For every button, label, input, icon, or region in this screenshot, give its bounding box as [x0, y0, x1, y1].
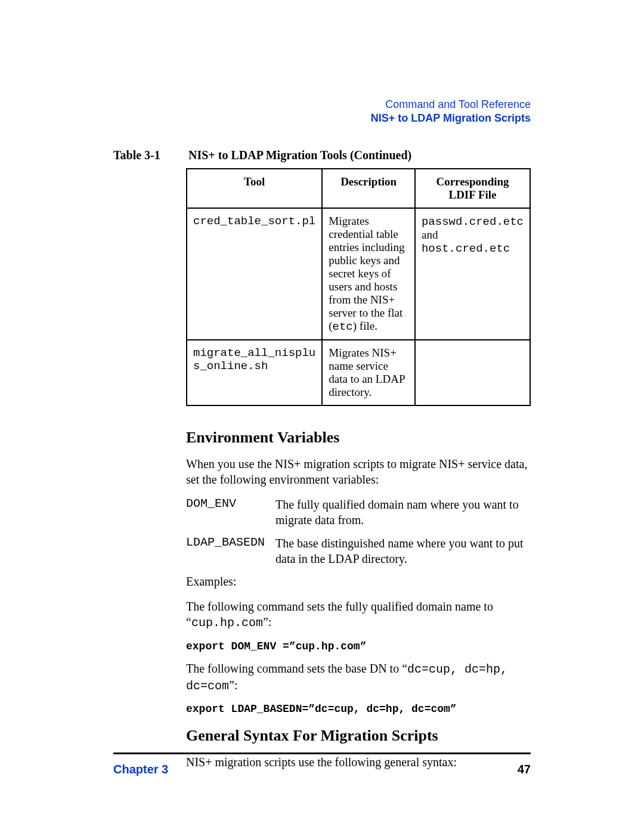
env-var-row: LDAP_BASEDN The base distinguished name …	[186, 535, 531, 567]
col-ldif: Corresponding LDIF File	[415, 169, 530, 208]
page-header: Command and Tool Reference NIS+ to LDAP …	[113, 98, 531, 125]
page-number: 47	[518, 763, 531, 776]
ldif-code: host.cred.etc	[422, 242, 510, 255]
env-var-description: The fully qualified domain nam where you…	[275, 497, 531, 528]
paragraph: When you use the NIS+ migration scripts …	[186, 456, 531, 488]
chapter-label: Chapter 3	[113, 763, 168, 776]
env-var-description: The base distinguished name where you wa…	[275, 535, 531, 567]
table-caption: NIS+ to LDAP Migration Tools (Continued)	[188, 148, 411, 162]
col-description: Description	[322, 169, 415, 208]
text: The following command sets the base DN t…	[186, 662, 407, 675]
table-row: migrate_all_nisplus_online.sh Migrates N…	[187, 340, 530, 405]
command-line: export DOM_ENV =”cup.hp.com”	[186, 640, 531, 652]
table-row: cred_table_sort.pl Migrates credential t…	[187, 208, 530, 340]
ldif-text: and	[422, 228, 438, 241]
env-var-row: DOM_ENV The fully qualified domain nam w…	[186, 497, 531, 528]
cell-ldif	[415, 340, 530, 405]
desc-text: Migrates credential table entries includ…	[329, 215, 404, 332]
paragraph: The following command sets the base DN t…	[186, 661, 531, 695]
cell-tool: migrate_all_nisplus_online.sh	[187, 340, 322, 405]
command-line: export LDAP_BASEDN=”dc=cup, dc=hp, dc=co…	[186, 703, 531, 715]
cell-description: Migrates credential table entries includ…	[322, 208, 415, 340]
heading-general-syntax: General Syntax For Migration Scripts	[186, 727, 531, 745]
inline-code: cup.hp.com	[191, 616, 263, 630]
text: ”:	[263, 615, 271, 628]
migration-tools-table: Tool Description Corresponding LDIF File…	[186, 168, 531, 406]
col-tool: Tool	[187, 169, 322, 208]
examples-label: Examples:	[186, 574, 531, 589]
table-caption-row: Table 3-1 NIS+ to LDAP Migration Tools (…	[113, 148, 531, 162]
env-var-name: LDAP_BASEDN	[186, 535, 275, 567]
page: Command and Tool Reference NIS+ to LDAP …	[0, 0, 644, 833]
cell-tool: cred_table_sort.pl	[187, 208, 322, 340]
page-footer: Chapter 3 47	[113, 753, 531, 776]
desc-text: ) file.	[353, 320, 377, 332]
env-var-name: DOM_ENV	[186, 497, 275, 528]
ldif-code: passwd.cred.etc	[422, 215, 524, 228]
desc-code: etc	[333, 320, 353, 333]
cell-description: Migrates NIS+ name service data to an LD…	[322, 340, 415, 405]
content-column: Tool Description Corresponding LDIF File…	[186, 168, 531, 770]
paragraph: The following command sets the fully qua…	[186, 599, 531, 631]
table-number: Table 3-1	[113, 148, 186, 162]
text: ”:	[229, 679, 237, 692]
heading-environment-variables: Environment Variables	[186, 429, 531, 447]
chapter-title: Command and Tool Reference	[113, 98, 531, 111]
table-header-row: Tool Description Corresponding LDIF File	[187, 169, 530, 208]
section-title: NIS+ to LDAP Migration Scripts	[113, 112, 531, 125]
cell-ldif: passwd.cred.etc and host.cred.etc	[415, 208, 530, 340]
